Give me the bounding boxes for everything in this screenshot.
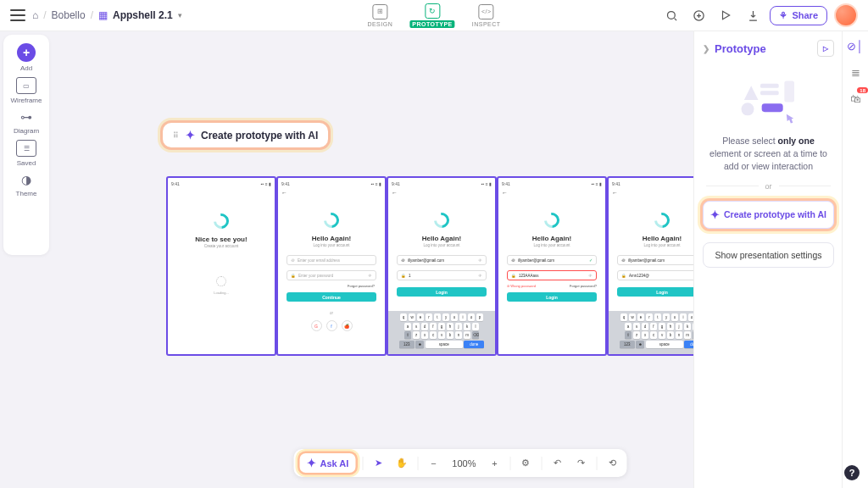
drag-handle-icon[interactable]: ⠿	[173, 131, 180, 140]
social-logins: Gf🍎	[281, 320, 381, 331]
ios-keyboard: qwertyuiop asdfghjkl ⇧zxcvbnm⌫ 123☻space…	[388, 311, 495, 354]
share-button[interactable]: ⚘ Share	[770, 6, 827, 25]
left-toolbar: +Add ▭Wireframe ⊶Diagram ☰Saved ◑Theme	[3, 35, 49, 255]
hand-tool[interactable]: ✋	[393, 455, 410, 472]
mode-switcher: ⊞ DESIGN ↻ PROTOTYPE </> INSPECT	[367, 3, 500, 28]
chevron-down-icon[interactable]: ▾	[178, 11, 182, 19]
tool-diagram[interactable]: ⊶Diagram	[14, 109, 39, 135]
wireframe-icon: ▭	[16, 77, 36, 94]
email-field: ＠Enter your email address	[287, 255, 376, 265]
spinner-icon	[215, 275, 227, 287]
svg-point-0	[667, 11, 675, 19]
empty-state-illustration	[694, 70, 843, 130]
back-icon: ←	[281, 190, 381, 196]
password-field: 🔒Enter your password👁	[287, 270, 376, 280]
screen-login-error[interactable]: 9:41▪▪ ≡ ▮ ← Hello Again! Log into your …	[498, 177, 606, 355]
screen-loading[interactable]: 9:41▪▪ ≡ ▮ Nice to see you! Create your …	[167, 177, 275, 355]
users-icon: ⚘	[779, 10, 787, 21]
status-icons: ▪▪ ≡ ▮	[261, 181, 271, 186]
svg-rect-7	[761, 103, 782, 112]
svg-rect-5	[760, 91, 779, 95]
play-preview-button[interactable]: ▷	[817, 40, 834, 57]
settings-icon[interactable]: ⚙	[517, 455, 534, 472]
screens-selection: 9:41▪▪ ≡ ▮ Nice to see you! Create your …	[167, 177, 716, 355]
menu-icon[interactable]	[10, 9, 25, 21]
screen-login-empty[interactable]: 9:41▪▪ ≡ ▮ ← Hello Again! Log into your …	[277, 177, 386, 355]
tool-theme[interactable]: ◑Theme	[16, 172, 37, 197]
svg-point-3	[741, 103, 754, 115]
interactions-panel-icon[interactable]: ⊘│	[848, 38, 863, 53]
tool-wireframe[interactable]: ▭Wireframe	[11, 77, 42, 104]
inspect-icon: </>	[479, 4, 494, 19]
continue-button: Continue	[287, 292, 376, 302]
breadcrumb: ⌂ / Bobello / ▦ Appshell 2.1 ▾	[32, 9, 182, 21]
comments-panel-icon[interactable]: 🛍	[848, 91, 863, 106]
sparkle-icon: ✦	[710, 208, 720, 221]
mode-design[interactable]: ⊞ DESIGN	[367, 4, 392, 27]
search-icon[interactable]	[661, 5, 682, 25]
diagram-icon: ⊶	[17, 109, 36, 125]
file-icon: ▦	[98, 9, 108, 21]
avatar[interactable]	[834, 3, 858, 27]
zoom-in-button[interactable]: +	[486, 455, 503, 472]
zoom-out-button[interactable]: −	[425, 455, 442, 472]
top-bar: ⌂ / Bobello / ▦ Appshell 2.1 ▾ ⊞ DESIGN …	[0, 0, 868, 31]
theme-icon: ◑	[17, 172, 36, 187]
chevron-right-icon[interactable]: ❯	[703, 44, 709, 53]
add-icon[interactable]	[688, 5, 709, 25]
mode-prototype[interactable]: ↻ PROTOTYPE	[409, 3, 455, 28]
history-icon[interactable]: ⟲	[604, 455, 620, 472]
tool-add[interactable]: +Add	[17, 43, 36, 72]
prototype-icon: ↻	[425, 3, 440, 19]
sparkle-icon: ✦	[307, 457, 316, 469]
layers-panel-icon[interactable]: ≣	[848, 64, 863, 80]
zoom-level[interactable]: 100%	[448, 457, 479, 470]
screen-login-typing[interactable]: 9:41▪▪ ≡ ▮ ← Hello Again! Log into your …	[387, 177, 496, 355]
design-icon: ⊞	[372, 4, 387, 19]
download-icon[interactable]	[743, 5, 763, 25]
ai-floating-chip[interactable]: ⠿ ✦ Create prototype with AI	[163, 123, 328, 147]
create-prototype-ai-button[interactable]: ✦ Create prototype with AI	[703, 201, 834, 229]
presentation-settings-button[interactable]: Show presentation settings	[703, 242, 834, 268]
tool-saved[interactable]: ☰Saved	[16, 140, 36, 167]
svg-marker-2	[743, 86, 758, 100]
pointer-tool[interactable]: ➤	[370, 455, 387, 472]
saved-icon: ☰	[16, 140, 36, 157]
undo-button[interactable]: ↶	[548, 455, 565, 472]
right-panel: ❯ Prototype ▷ Please select only one ele…	[693, 31, 843, 488]
svg-rect-6	[784, 81, 794, 103]
right-rail: ⊘│ ≣ 🛍	[842, 31, 868, 488]
mode-inspect[interactable]: </> INSPECT	[472, 4, 501, 27]
breadcrumb-workspace[interactable]: Bobello	[52, 9, 86, 21]
app-logo-icon	[214, 214, 229, 229]
app-logo-icon	[324, 213, 339, 228]
play-icon[interactable]	[715, 5, 736, 25]
home-icon[interactable]: ⌂	[32, 9, 38, 21]
empty-state-message: Please select only one element or screen…	[694, 135, 843, 174]
ask-ai-button[interactable]: ✦Ask AI	[300, 453, 356, 473]
panel-title: Prototype	[715, 42, 766, 55]
redo-button[interactable]: ↷	[572, 455, 589, 472]
sparkle-icon: ✦	[186, 129, 195, 141]
bottom-toolbar: ✦Ask AI ➤ ✋ − 100% + ⚙ ↶ ↷ ⟲	[294, 449, 627, 477]
breadcrumb-file[interactable]: Appshell 2.1	[113, 9, 173, 21]
svg-rect-4	[760, 84, 779, 88]
help-button[interactable]: ?	[844, 465, 860, 480]
